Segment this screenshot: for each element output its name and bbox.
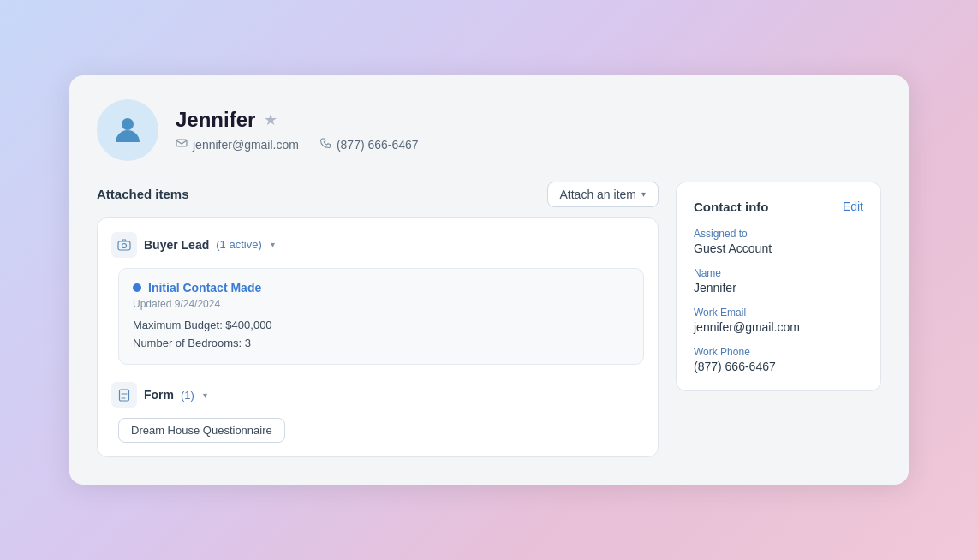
work-email-label: Work Email [694, 307, 863, 319]
person-icon [110, 111, 145, 149]
main-card: Jennifer ★ jennifer@gmail.com [69, 75, 909, 486]
attached-items-box: Buyer Lead (1 active) ▾ Initial Contact … [97, 217, 659, 458]
buyer-lead-chevron-icon[interactable]: ▾ [271, 240, 275, 249]
phone-icon [319, 137, 331, 152]
contact-name: Jennifer [176, 108, 255, 132]
lead-bedrooms: Number of Bedrooms: 3 [133, 335, 629, 353]
work-phone-field: Work Phone (877) 666-6467 [694, 346, 863, 373]
phone-value: (877) 666-6467 [337, 138, 419, 152]
contact-info-card: Contact info Edit Assigned to Guest Acco… [676, 182, 881, 391]
name-field: Name Jennifer [694, 267, 863, 295]
buyer-lead-header: Buyer Lead (1 active) ▾ [111, 232, 644, 258]
edit-button[interactable]: Edit [843, 200, 863, 213]
contact-header: Jennifer ★ jennifer@gmail.com [97, 99, 881, 161]
assigned-to-label: Assigned to [694, 228, 863, 240]
lead-title-row: Initial Contact Made [133, 281, 629, 295]
contact-info-title: Contact info [694, 200, 769, 214]
lead-updated-date: Updated 9/24/2024 [133, 298, 629, 310]
assigned-to-value: Guest Account [694, 241, 863, 255]
attach-item-button[interactable]: Attach an item ▾ [547, 182, 659, 207]
clipboard-icon [111, 382, 137, 408]
name-value: Jennifer [694, 281, 863, 295]
name-label: Name [694, 267, 863, 279]
email-icon [176, 137, 188, 152]
assigned-to-field: Assigned to Guest Account [694, 228, 863, 255]
work-phone-value: (877) 666-6467 [694, 360, 863, 373]
work-phone-label: Work Phone [694, 346, 863, 358]
work-email-value: jennifer@gmail.com [694, 320, 863, 334]
contact-info-header: Contact info Edit [694, 200, 863, 214]
svg-rect-4 [120, 390, 129, 401]
lead-budget: Maximum Budget: $400,000 [133, 317, 629, 335]
buyer-lead-label: Buyer Lead [144, 238, 209, 252]
svg-rect-2 [118, 241, 130, 250]
svg-point-3 [122, 243, 127, 247]
camera-icon [111, 232, 137, 258]
name-row: Jennifer ★ [176, 108, 419, 132]
lead-title[interactable]: Initial Contact Made [148, 281, 261, 295]
favorite-star-icon[interactable]: ★ [264, 110, 277, 129]
form-label: Form [144, 388, 174, 402]
buyer-lead-category: Buyer Lead (1 active) ▾ Initial Contact … [111, 232, 644, 366]
buyer-lead-count: (1 active) [216, 238, 261, 251]
avatar [97, 99, 158, 161]
right-panel: Contact info Edit Assigned to Guest Acco… [676, 182, 881, 458]
dream-house-questionnaire-button[interactable]: Dream House Questionnaire [118, 418, 285, 443]
status-dot [133, 283, 141, 292]
form-count: (1) [181, 389, 194, 402]
form-category-header: Form (1) ▾ [111, 382, 644, 408]
form-category: Form (1) ▾ Dream House Questionnaire [111, 382, 644, 443]
body-layout: Attached items Attach an item ▾ [97, 182, 881, 458]
work-email-field: Work Email jennifer@gmail.com [694, 307, 863, 334]
chevron-down-icon: ▾ [641, 189, 646, 199]
email-contact: jennifer@gmail.com [176, 137, 299, 152]
header-info: Jennifer ★ jennifer@gmail.com [176, 108, 419, 152]
left-panel: Attached items Attach an item ▾ [97, 182, 659, 458]
contact-row: jennifer@gmail.com (877) 666-6467 [176, 137, 419, 152]
section-title: Attached items [97, 187, 189, 201]
email-value: jennifer@gmail.com [193, 138, 299, 152]
lead-card: Initial Contact Made Updated 9/24/2024 M… [118, 268, 644, 366]
section-header: Attached items Attach an item ▾ [97, 182, 659, 207]
form-chevron-icon[interactable]: ▾ [203, 390, 207, 400]
svg-point-0 [122, 118, 134, 130]
svg-rect-1 [176, 140, 187, 146]
attach-item-label: Attach an item [560, 188, 637, 201]
phone-contact: (877) 666-6467 [319, 137, 419, 152]
